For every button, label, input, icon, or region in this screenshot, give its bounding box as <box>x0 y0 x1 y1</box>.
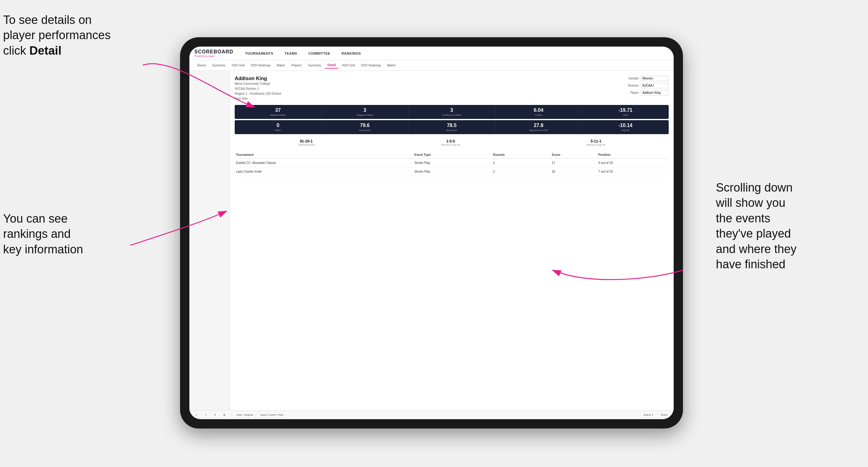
player-select[interactable]: Addison King <box>641 90 669 95</box>
col-rounds: Rounds <box>492 151 550 159</box>
position-1: 4 out of 20 <box>597 159 669 167</box>
sub-nav-h2h-heatmap[interactable]: H2H Heatmap <box>248 62 273 68</box>
undo-button[interactable]: ↩ <box>193 412 200 417</box>
player-header: Addison King Mesa Community College NJCA… <box>235 76 669 101</box>
top-nav: SCOREBOARD Powered by clippd TOURNAMENTS… <box>189 46 674 60</box>
record-top50: 5-11-1 Record vs top 50 <box>587 139 606 146</box>
filter-area: Gender Women Division NJCAA I <box>628 76 669 101</box>
sub-nav-matrix2[interactable]: Matrix <box>385 62 398 68</box>
tablet-frame: SCOREBOARD Powered by clippd TOURNAMENTS… <box>180 37 683 429</box>
player-region: Region 1 - Southwest (18) District <box>235 91 281 96</box>
player-info: Addison King Mesa Community College NJCA… <box>235 76 281 101</box>
sub-nav-detail[interactable]: Detail <box>325 62 338 69</box>
annotation-right: Scrolling down will show you the events … <box>716 180 865 272</box>
left-panel <box>189 71 230 410</box>
watch-button[interactable]: Watch ▾ <box>641 412 656 417</box>
powered-by: Powered by clippd <box>194 55 234 57</box>
table-row: Lady Coyote Invite Stroke Play 2 16 7 ou… <box>235 167 669 176</box>
tablet-screen: SCOREBOARD Powered by clippd TOURNAMENTS… <box>189 46 674 419</box>
sub-nav-h2h-grid[interactable]: H2H Grid <box>229 62 247 68</box>
stats-row-2: 0 Wins 79.6 Avg Score 78.5 Adj Score 2 <box>235 120 669 134</box>
stat-avg-sg: -10.14 Avg SG <box>582 120 669 134</box>
nav-committee[interactable]: COMMITTEE <box>306 50 333 57</box>
score-1: 17 <box>550 159 597 167</box>
toolbar-sep: | <box>230 413 231 417</box>
stat-adj-score: 78.5 Adj Score <box>408 120 495 134</box>
content-area: Addison King Mesa Community College NJCA… <box>189 71 674 410</box>
sub-nav-h2h-grid2[interactable]: H2H Grid <box>340 62 358 68</box>
stats-row-1: 37 National Rank 3 Regional Rank 3 Confe… <box>235 105 669 119</box>
sub-nav-h2h-heatmap2[interactable]: H2H Heatmap <box>359 62 383 68</box>
grid-button[interactable]: ⊞ <box>221 412 228 417</box>
score-2: 16 <box>550 167 597 176</box>
sub-nav-teams[interactable]: Teams <box>194 62 208 68</box>
sub-nav: Teams Summary H2H Grid H2H Heatmap Matri… <box>189 60 674 71</box>
sub-nav-summary[interactable]: Summary <box>210 62 228 68</box>
gender-select[interactable]: Women <box>641 76 669 81</box>
division-label: Division <box>628 84 639 87</box>
nav-teams[interactable]: TEAMS <box>282 50 300 57</box>
app-container: SCOREBOARD Powered by clippd TOURNAMENTS… <box>189 46 674 419</box>
col-tournament: Tournament <box>235 151 413 159</box>
stat-avg-score: 79.6 Avg Score <box>321 120 408 134</box>
nav-rankings[interactable]: RANKINGS <box>339 50 364 57</box>
col-position: Position <box>597 151 669 159</box>
gender-filter-row: Gender Women <box>629 76 669 81</box>
annotation-top-left: To see details on player performances cl… <box>3 12 111 58</box>
event-type-2: Stroke Play <box>413 167 492 176</box>
bottom-toolbar: ↩ ↪ ⟳ ⊞ | View: Original Save Custom Vie… <box>189 410 674 419</box>
sub-nav-players[interactable]: Players <box>289 62 304 68</box>
main-content: Addison King Mesa Community College NJCA… <box>230 71 674 410</box>
save-custom-button[interactable]: Save Custom View <box>258 412 286 417</box>
record-overall: 91-20-1 Overall Record <box>298 139 314 146</box>
view-original-button[interactable]: View: Original <box>234 412 255 417</box>
share-button[interactable]: Share <box>658 412 670 417</box>
player-label: Player <box>630 91 639 94</box>
stat-regional-rank: 3 Regional Rank <box>321 105 408 119</box>
player-division: NJCAA Division 1 <box>235 86 281 91</box>
logo-area: SCOREBOARD Powered by clippd <box>194 49 234 57</box>
record-top25: 1-5-0 Record vs top 25 <box>441 139 460 146</box>
player-year: First Year <box>235 96 281 101</box>
table-row: Estella CC- Mountain Classic Stroke Play… <box>235 159 669 167</box>
sub-nav-matrix[interactable]: Matrix <box>274 62 287 68</box>
tournament-name-1: Estella CC- Mountain Classic <box>235 159 413 167</box>
gender-label: Gender <box>629 77 639 80</box>
event-type-1: Stroke Play <box>413 159 492 167</box>
col-score: Score <box>550 151 597 159</box>
player-school: Mesa Community College <box>235 81 281 86</box>
col-event-type: Event Type <box>413 151 492 159</box>
logo-text: SCOREBOARD <box>194 49 234 55</box>
stat-conference-rank: 3 Conference Rank <box>408 105 495 119</box>
tournament-name-2: Lady Coyote Invite <box>235 167 413 176</box>
stat-points: 6.04 Points <box>495 105 582 119</box>
stat-national-rank: 37 National Rank <box>235 105 321 119</box>
position-2: 7 out of 20 <box>597 167 669 176</box>
redo-button[interactable]: ↪ <box>203 412 209 417</box>
stat-avg-score-par: 27.8 Avg Score to Par <box>495 120 582 134</box>
rounds-2: 2 <box>492 167 550 176</box>
player-name: Addison King <box>235 76 281 81</box>
rounds-1: 2 <box>492 159 550 167</box>
records-row: 91-20-1 Overall Record 1-5-0 Record vs t… <box>235 137 669 148</box>
division-select[interactable]: NJCAA I <box>641 83 669 88</box>
annotation-bottom-left: You can see rankings and key information <box>3 211 83 257</box>
events-table: Tournament Event Type Rounds Score Posit… <box>235 151 669 176</box>
player-filter-row: Player Addison King <box>630 90 669 95</box>
sub-nav-summary2[interactable]: Summary <box>306 62 324 68</box>
stat-wins: 0 Wins <box>235 120 321 134</box>
refresh-button[interactable]: ⟳ <box>212 412 219 417</box>
stat-sos: -19.71 SoS <box>582 105 669 119</box>
nav-tournaments[interactable]: TOURNAMENTS <box>243 50 276 57</box>
division-filter-row: Division NJCAA I <box>628 83 669 88</box>
